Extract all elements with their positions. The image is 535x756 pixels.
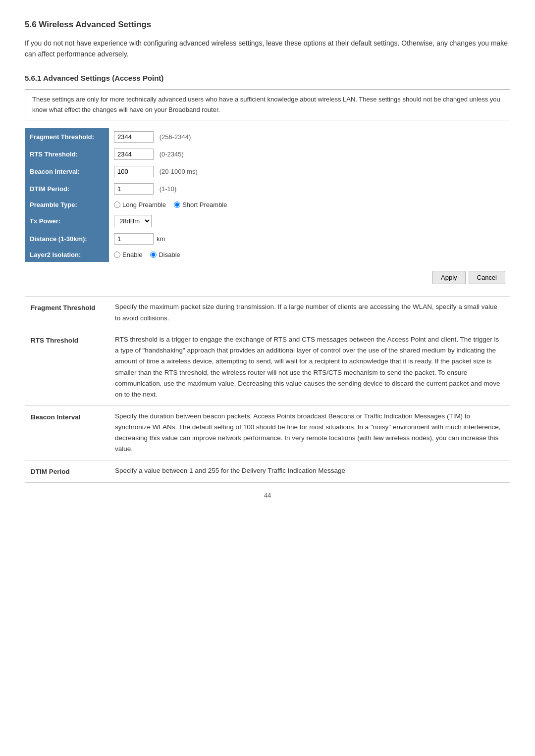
fragment-threshold-value-cell: (256-2344) xyxy=(109,128,322,146)
layer2-disable-label[interactable]: Disable xyxy=(150,251,180,258)
beacon-interval-hint: (20-1000 ms) xyxy=(160,168,198,175)
apply-button[interactable]: Apply xyxy=(432,271,466,284)
long-preamble-label[interactable]: Long Preamble xyxy=(114,201,166,208)
subsection-title: 5.6.1 Advanced Settings (Access Point) xyxy=(25,74,510,82)
cancel-button[interactable]: Cancel xyxy=(469,271,505,284)
fragment-threshold-desc-label: Fragment Threshold xyxy=(25,297,109,329)
page-number: 44 xyxy=(25,492,510,499)
layer2-disable-radio[interactable] xyxy=(150,252,157,258)
section-title: 5.6 Wireless Advanced Settings xyxy=(25,20,510,30)
distance-value-cell: km xyxy=(109,230,322,248)
layer2-isolation-label: Layer2 Isolation: xyxy=(25,248,109,262)
fragment-threshold-hint: (256-2344) xyxy=(160,133,191,141)
fragment-threshold-row: Fragment Threshold: (256-2344) xyxy=(25,128,322,146)
tx-power-label: Tx Power: xyxy=(25,212,109,230)
dtim-period-label: DTIM Period: xyxy=(25,180,109,198)
layer2-isolation-radio-group: Enable Disable xyxy=(114,251,317,258)
layer2-enable-label[interactable]: Enable xyxy=(114,251,142,258)
tx-power-value-cell: 28dBm 27dBm 26dBm 20dBm xyxy=(109,212,322,230)
beacon-interval-row: Beacon Interval: (20-1000 ms) xyxy=(25,163,322,180)
layer2-enable-text: Enable xyxy=(122,251,142,258)
rts-threshold-row: RTS Threshold: (0-2345) xyxy=(25,146,322,163)
fragment-threshold-desc-text: Specify the maximum packet size during t… xyxy=(109,297,510,329)
fragment-threshold-label: Fragment Threshold: xyxy=(25,128,109,146)
settings-table: Fragment Threshold: (256-2344) RTS Thres… xyxy=(25,128,322,262)
rts-threshold-desc-text: RTS threshold is a trigger to engage the… xyxy=(109,329,510,405)
dtim-period-desc-text: Specify a value between 1 and 255 for th… xyxy=(109,460,510,482)
rts-threshold-desc-label: RTS Threshold xyxy=(25,329,109,405)
info-table: Fragment Threshold Specify the maximum p… xyxy=(25,296,510,482)
notice-text: These settings are only for more technic… xyxy=(32,96,500,113)
layer2-isolation-row: Layer2 Isolation: Enable Disable xyxy=(25,248,322,262)
notice-box: These settings are only for more technic… xyxy=(25,89,510,121)
beacon-interval-label: Beacon Interval: xyxy=(25,163,109,180)
dtim-period-hint: (1-10) xyxy=(160,185,177,193)
preamble-type-radio-group: Long Preamble Short Preamble xyxy=(114,201,317,208)
beacon-interval-input[interactable] xyxy=(114,166,154,177)
intro-text: If you do not not have experience with c… xyxy=(25,38,510,60)
fragment-threshold-desc-row: Fragment Threshold Specify the maximum p… xyxy=(25,297,510,329)
layer2-isolation-value-cell: Enable Disable xyxy=(109,248,322,262)
short-preamble-text: Short Preamble xyxy=(182,201,227,208)
layer2-enable-radio[interactable] xyxy=(114,252,120,258)
tx-power-row: Tx Power: 28dBm 27dBm 26dBm 20dBm xyxy=(25,212,322,230)
rts-threshold-value-cell: (0-2345) xyxy=(109,146,322,163)
beacon-interval-desc-row: Beacon Interval Specify the duration bet… xyxy=(25,405,510,460)
fragment-threshold-input[interactable] xyxy=(114,131,154,143)
dtim-period-value-cell: (1-10) xyxy=(109,180,322,198)
dtim-period-row: DTIM Period: (1-10) xyxy=(25,180,322,198)
rts-threshold-hint: (0-2345) xyxy=(160,151,184,158)
dtim-period-desc-row: DTIM Period Specify a value between 1 an… xyxy=(25,460,510,482)
rts-threshold-label: RTS Threshold: xyxy=(25,146,109,163)
tx-power-select[interactable]: 28dBm 27dBm 26dBm 20dBm xyxy=(114,215,152,227)
beacon-interval-desc-text: Specify the duration between beacon pack… xyxy=(109,405,510,460)
preamble-type-label: Preamble Type: xyxy=(25,198,109,212)
beacon-interval-value-cell: (20-1000 ms) xyxy=(109,163,322,180)
distance-input[interactable] xyxy=(114,233,154,245)
short-preamble-label[interactable]: Short Preamble xyxy=(174,201,227,208)
distance-unit: km xyxy=(157,235,165,243)
distance-label: Distance (1-30km): xyxy=(25,230,109,248)
button-row: Apply Cancel xyxy=(25,271,510,284)
long-preamble-radio[interactable] xyxy=(114,202,120,208)
layer2-disable-text: Disable xyxy=(159,251,180,258)
dtim-period-desc-label: DTIM Period xyxy=(25,460,109,482)
preamble-type-row: Preamble Type: Long Preamble Short Pream… xyxy=(25,198,322,212)
rts-threshold-input[interactable] xyxy=(114,149,154,160)
preamble-type-value-cell: Long Preamble Short Preamble xyxy=(109,198,322,212)
dtim-period-input[interactable] xyxy=(114,183,154,195)
rts-threshold-desc-row: RTS Threshold RTS threshold is a trigger… xyxy=(25,329,510,405)
distance-row: Distance (1-30km): km xyxy=(25,230,322,248)
distance-wrapper: km xyxy=(114,233,317,245)
beacon-interval-desc-label: Beacon Interval xyxy=(25,405,109,460)
short-preamble-radio[interactable] xyxy=(174,202,180,208)
long-preamble-text: Long Preamble xyxy=(122,201,166,208)
